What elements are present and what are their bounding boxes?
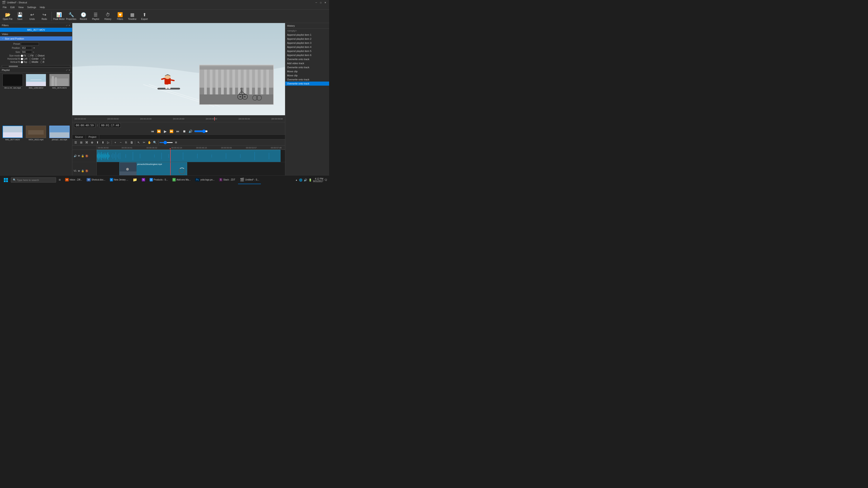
menu-edit[interactable]: Edit	[8, 5, 17, 9]
notification-icon[interactable]: 🗨	[324, 178, 327, 182]
top-radio[interactable]	[21, 61, 23, 63]
distort-radio[interactable]	[35, 55, 37, 57]
hfit-center[interactable]: Center	[29, 58, 39, 60]
skip-end-button[interactable]: ⏭	[175, 129, 181, 133]
center-radio[interactable]	[29, 58, 31, 60]
playlist-item-1[interactable]: IMG_1250.MOV	[25, 74, 48, 125]
b-radio[interactable]	[40, 61, 42, 63]
menu-file[interactable]: File	[1, 5, 8, 9]
middle-radio[interactable]	[29, 61, 31, 63]
taskbar-taskview-button[interactable]: ⊟	[57, 176, 62, 184]
maximize-button[interactable]: □	[319, 0, 323, 4]
taskbar-files-app[interactable]: 📁	[131, 176, 139, 184]
history-item-empty[interactable]: <empty>	[285, 29, 329, 33]
tl-snap-button[interactable]: ⊞	[79, 140, 84, 145]
tl-ripple-button[interactable]: ⌘	[84, 140, 89, 145]
history-item-append1[interactable]: Append playlist item 1	[285, 33, 329, 37]
left-radio[interactable]	[21, 58, 23, 60]
playlist-item-0[interactable]: 09-11 M...ton.mp4	[1, 74, 24, 125]
open-file-button[interactable]: 📂 Open File	[2, 10, 13, 22]
taskbar-search[interactable]: 🔍 Type here to search	[11, 177, 56, 183]
history-item-overwrite1[interactable]: Overwrite onto track	[285, 57, 329, 61]
fit-radio[interactable]	[21, 55, 23, 57]
play-button[interactable]: ▶	[162, 129, 168, 133]
taskbar-slack-app[interactable]: S Slack - ZDT	[217, 176, 237, 184]
taskbar-onenote-app[interactable]: N	[140, 176, 147, 184]
redo-button[interactable]: ↪ Redo	[38, 10, 50, 22]
tl-remove-track-button[interactable]: −	[118, 140, 123, 145]
history-item-append2[interactable]: Append playlist item 2	[285, 37, 329, 41]
tl-delete-button[interactable]: 🗑	[129, 140, 134, 145]
next-frame-button[interactable]: ⏩	[169, 129, 174, 133]
scrubber-bar[interactable]: |00:00:00:00 |00:00:09:60 |00:00:20:00 |…	[72, 115, 285, 122]
size-mode-fit[interactable]: Fit	[21, 55, 26, 57]
history-item-append3[interactable]: Append playlist item 3	[285, 41, 329, 45]
playlist-item-3[interactable]: IMG_3577.MOV	[1, 126, 24, 176]
scrubber-track[interactable]: |00:00:00:00 |00:00:09:60 |00:00:20:00 |…	[74, 119, 283, 119]
tl-cursor-button[interactable]: ↖	[136, 140, 141, 145]
taskbar-ie-app[interactable]: e Products - S...	[148, 176, 170, 184]
vfit-middle[interactable]: Middle	[29, 61, 38, 63]
tl-lift-button[interactable]: ⬆	[95, 140, 100, 145]
filters-close-icon[interactable]: ✕	[68, 24, 70, 27]
history-item-overwrite4[interactable]: Overwrite onto track	[285, 82, 329, 86]
taskbar-shotcut-app[interactable]: 🎬 Untitled* - S...	[238, 176, 261, 184]
audio-mute-icon[interactable]: 🔕	[85, 155, 88, 158]
r-radio[interactable]	[40, 58, 43, 60]
chevron-up-icon[interactable]: ▲	[296, 179, 298, 181]
vfit-b[interactable]: B	[40, 61, 44, 63]
audio-eye-icon[interactable]: 👁	[78, 155, 80, 157]
history-item-overwrite3[interactable]: Overwrite onto track	[285, 77, 329, 82]
volume-slider[interactable]	[194, 129, 208, 133]
filters-button[interactable]: 🔽 Filters	[114, 10, 126, 22]
video-mute-icon[interactable]: 🔕	[85, 169, 88, 172]
tl-lower-button[interactable]: ⬇	[100, 140, 105, 145]
export-button[interactable]: ⬆ Export	[138, 10, 150, 22]
tl-hand-button[interactable]: ✋	[147, 140, 152, 145]
undo-button[interactable]: ↩ Undo	[26, 10, 38, 22]
filter-scrollbar-thumb[interactable]	[9, 66, 18, 67]
size-mode-distort[interactable]: Distort	[35, 55, 44, 57]
battery-icon[interactable]: 🔋	[309, 178, 312, 182]
playlist-item-2[interactable]: IMG_3570.MOV	[48, 74, 71, 125]
timeline-button[interactable]: ▦ Timeline	[126, 10, 138, 22]
taskbar-photoshop-app[interactable]: Ps yola logo.pn...	[193, 176, 216, 184]
history-item-append6[interactable]: Append playlist item 6	[285, 53, 329, 57]
tl-zoom-fit-button[interactable]: ⊞	[174, 140, 178, 145]
history-item-moveclip1[interactable]: Move clip	[285, 69, 329, 73]
playlist-item-5[interactable]: pinnacl...est.mp4	[48, 126, 71, 176]
taskbar-addons-app[interactable]: + Add-ons Ma...	[170, 176, 192, 184]
mute-button[interactable]: 🔊	[188, 129, 193, 133]
position-input[interactable]	[21, 46, 32, 50]
history-item-append4[interactable]: Append playlist item 4	[285, 45, 329, 49]
hfit-left[interactable]: Left	[21, 58, 27, 60]
playlist-item-4[interactable]: MOV_0022.mp4	[25, 126, 48, 176]
properties-button[interactable]: 🔧 Properties	[65, 10, 77, 22]
taskbar-word-app[interactable]: W Shotcut.doc...	[85, 176, 107, 184]
taskbar-clock[interactable]: 4:12 PM 8/31/2017	[313, 177, 323, 183]
tl-add-track-button[interactable]: +	[113, 140, 118, 145]
video-eye-icon[interactable]: 👁	[78, 170, 80, 172]
menu-settings[interactable]: Settings	[25, 5, 38, 9]
menu-view[interactable]: View	[17, 5, 26, 9]
save-button[interactable]: 💾 Save	[14, 10, 26, 22]
history-item-moveclip2[interactable]: Move clip	[285, 73, 329, 77]
size-mode-fill[interactable]: Fill	[28, 55, 33, 57]
taskbar-edge-app[interactable]: e New Jersey ...	[108, 176, 130, 184]
history-item-overwrite2[interactable]: Overwrite onto track	[285, 65, 329, 69]
network-icon[interactable]: 🌐	[299, 178, 303, 182]
taskbar-inbox-app[interactable]: ✉ Inbox - Ziff...	[63, 176, 84, 184]
peak-meter-button[interactable]: 📊 Peak Meter	[53, 10, 65, 22]
tl-blade-button[interactable]: ✂	[142, 140, 147, 145]
tab-project[interactable]: Project	[86, 135, 99, 139]
tl-ripple-all-button[interactable]: ⊕	[90, 140, 94, 145]
playlist-close-icon[interactable]: ✕	[68, 69, 70, 71]
preset-input[interactable]	[21, 42, 39, 46]
tl-append-button[interactable]: ▷	[106, 140, 111, 145]
filters-expand-icon[interactable]: ⤢	[66, 24, 68, 27]
tab-source[interactable]: Source	[72, 135, 86, 139]
tl-copy-button[interactable]: ⎘	[124, 140, 129, 145]
playlist-expand-icon[interactable]: ⤢	[66, 69, 68, 71]
minimize-button[interactable]: ─	[314, 0, 318, 4]
filter-size-position[interactable]: ✓ Size and Position	[0, 36, 72, 41]
